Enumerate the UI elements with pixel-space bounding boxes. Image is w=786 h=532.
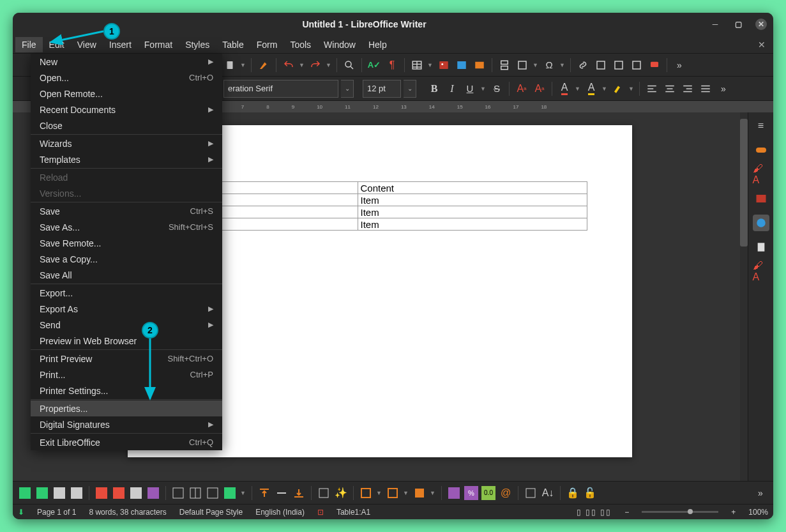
bookmark-icon[interactable] (611, 57, 626, 73)
view-layout-icon[interactable]: ▯ ▯▯ ▯▯ (577, 508, 612, 517)
word-count[interactable]: 8 words, 38 characters (89, 508, 166, 517)
sort-icon[interactable] (524, 486, 538, 500)
zoom-out-icon[interactable]: − (624, 508, 629, 517)
number-format-icon[interactable] (447, 486, 461, 500)
chevron-down-icon[interactable]: ▼ (326, 62, 332, 68)
more-icon[interactable]: » (716, 81, 731, 96)
number-format-currency-icon[interactable]: @ (499, 486, 513, 500)
minimize-button[interactable]: ─ (709, 19, 721, 30)
zoom-slider[interactable] (642, 511, 718, 513)
font-color-icon[interactable]: A (557, 81, 572, 96)
gallery-panel-icon[interactable] (753, 190, 769, 207)
redo-icon[interactable] (308, 57, 323, 73)
menu-help[interactable]: Help (362, 37, 393, 52)
menu-insert[interactable]: Insert (103, 37, 138, 52)
menu-tools[interactable]: Tools (283, 37, 317, 52)
insert-image-icon[interactable] (436, 57, 451, 73)
menu-form[interactable]: Form (250, 37, 284, 52)
format-marks-icon[interactable]: ¶ (384, 57, 400, 73)
insert-chart-icon[interactable] (454, 57, 469, 73)
file-menu-open[interactable]: Open...Ctrl+O (31, 70, 222, 86)
file-menu-close[interactable]: Close (31, 118, 222, 133)
special-char-icon[interactable]: Ω (541, 57, 557, 73)
number-format-percent-icon[interactable]: % (464, 486, 478, 500)
insert-row-above-icon[interactable] (18, 486, 32, 500)
properties-panel-icon[interactable] (753, 142, 769, 158)
file-menu-export-as[interactable]: Export As▶ (31, 301, 222, 317)
insert-mode-icon[interactable]: ⊡ (317, 508, 324, 517)
chevron-down-icon[interactable]: ▼ (601, 86, 608, 92)
border-color-icon[interactable] (386, 486, 400, 500)
insert-col-after-icon[interactable] (70, 486, 84, 500)
hyperlink-icon[interactable] (575, 57, 591, 73)
delete-row-icon[interactable] (94, 486, 109, 500)
insert-col-before-icon[interactable] (52, 486, 66, 500)
file-menu-wizards[interactable]: Wizards▶ (31, 135, 222, 151)
file-menu-save-remote[interactable]: Save Remote... (31, 235, 222, 251)
chevron-down-icon[interactable]: ▼ (427, 62, 434, 68)
file-menu-print[interactable]: Print...Ctrl+P (31, 367, 222, 383)
chevron-down-icon[interactable]: ▼ (628, 86, 635, 92)
select-cell-icon[interactable] (146, 486, 160, 500)
bold-icon[interactable]: B (427, 81, 442, 96)
comment-icon[interactable] (647, 57, 662, 73)
file-menu-printer-settings[interactable]: Printer Settings... (31, 383, 222, 399)
menu-styles[interactable]: Styles (179, 37, 216, 52)
font-name-combo[interactable]: eration Serif (223, 80, 338, 98)
paste-icon[interactable] (222, 57, 238, 73)
optimize-size-icon[interactable] (223, 486, 237, 500)
file-menu-exit-libreoffice[interactable]: Exit LibreOfficeCtrl+Q (31, 434, 222, 450)
unprotect-icon[interactable]: 🔓 (583, 486, 597, 500)
highlight-icon[interactable] (610, 81, 626, 96)
align-bottom-icon[interactable] (292, 486, 306, 500)
language-indicator[interactable]: English (India) (255, 508, 305, 517)
align-center-icon[interactable] (662, 81, 677, 96)
menu-file[interactable]: File (15, 37, 43, 52)
file-menu-properties[interactable]: Properties... (31, 400, 222, 416)
insert-caption-icon[interactable] (317, 486, 331, 500)
page-style-indicator[interactable]: Default Page Style (179, 508, 243, 517)
char-highlight-icon[interactable]: A (584, 81, 599, 96)
maximize-button[interactable]: ▢ (732, 19, 744, 30)
file-menu-recent-documents[interactable]: Recent Documents▶ (31, 102, 222, 118)
underline-icon[interactable]: U (462, 81, 478, 96)
font-size-combo[interactable]: 12 pt (363, 80, 401, 98)
zoom-percent[interactable]: 100% (748, 508, 768, 517)
page-panel-icon[interactable] (753, 239, 769, 255)
chevron-down-icon[interactable]: ⌄ (404, 80, 416, 98)
file-menu-preview-in-web-browser[interactable]: Preview in Web Browser (31, 333, 222, 349)
menu-view[interactable]: View (71, 37, 103, 52)
clone-format-icon[interactable] (256, 57, 271, 73)
number-format-decimal-icon[interactable]: 0.0 (481, 486, 495, 500)
align-top-icon[interactable] (257, 486, 271, 500)
protect-icon[interactable]: 🔒 (566, 486, 580, 500)
chevron-down-icon[interactable]: ▼ (240, 62, 246, 68)
insert-table-icon[interactable] (409, 57, 425, 73)
find-replace-icon[interactable] (342, 57, 357, 73)
page-indicator[interactable]: Page 1 of 1 (37, 508, 76, 517)
file-menu-digital-signatures[interactable]: Digital Signatures▶ (31, 416, 222, 432)
italic-icon[interactable]: I (444, 81, 460, 96)
file-menu-new[interactable]: New▶ (31, 54, 222, 70)
delete-col-icon[interactable] (112, 486, 126, 500)
align-justify-icon[interactable] (698, 81, 713, 96)
border-style-icon[interactable] (359, 486, 373, 500)
close-button[interactable]: ✕ (755, 19, 767, 30)
navigator-panel-icon[interactable] (753, 215, 769, 231)
insert-textbox-icon[interactable] (472, 57, 487, 73)
borders-icon[interactable] (412, 486, 427, 500)
file-menu-open-remote[interactable]: Open Remote... (31, 86, 222, 102)
zoom-in-icon[interactable]: + (731, 508, 736, 517)
menu-edit[interactable]: Edit (43, 37, 71, 52)
file-menu-templates[interactable]: Templates▶ (31, 151, 222, 167)
page-break-icon[interactable] (497, 57, 512, 73)
sidebar-menu-icon[interactable]: ≡ (753, 118, 769, 134)
insert-field-icon[interactable] (515, 57, 530, 73)
align-left-icon[interactable] (644, 81, 660, 96)
chevron-down-icon[interactable]: ▼ (575, 86, 581, 92)
file-menu-export[interactable]: Export... (31, 285, 222, 301)
chevron-down-icon[interactable]: ▼ (430, 490, 436, 496)
file-menu-save-a-copy[interactable]: Save a Copy... (31, 251, 222, 267)
delete-table-icon[interactable] (129, 486, 143, 500)
chevron-down-icon[interactable]: ▼ (376, 490, 382, 496)
